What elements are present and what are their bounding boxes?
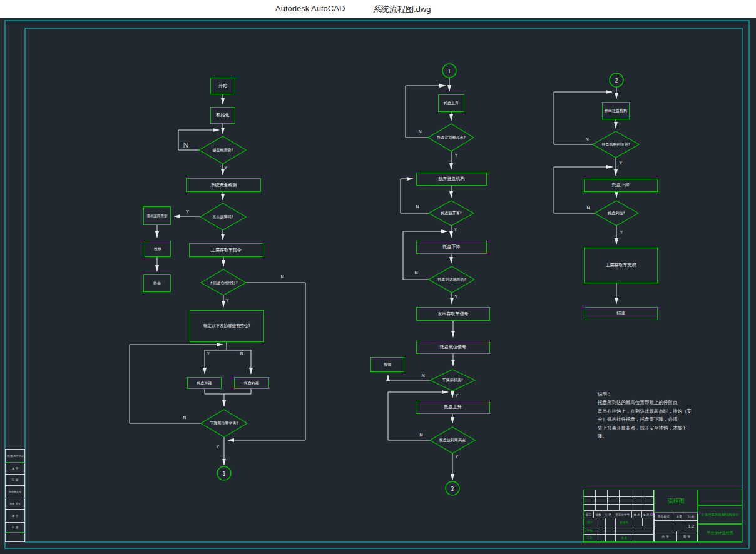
branch-label-yes: Y xyxy=(226,298,228,303)
flow-box-start[interactable]: 开始 xyxy=(210,78,235,94)
flow-box-init[interactable]: 初始化 xyxy=(210,107,235,124)
branch-label-no: N xyxy=(416,204,419,209)
flow-box-tray-up-2[interactable]: 托盘上升 xyxy=(416,401,490,414)
flow-box-end[interactable]: 结束 xyxy=(585,307,658,320)
flow-box-tray-move-right[interactable]: 托盘右移 xyxy=(234,377,269,389)
flow-box-find-empty-slot[interactable]: 确定以下各泊哪些有空位? xyxy=(190,310,264,342)
sheet-row: 共 张 第 张 xyxy=(654,531,698,542)
flow-box-release-hook[interactable]: 脱开挂盘机构 xyxy=(416,173,487,186)
stage-label: 阶段标记 xyxy=(655,513,673,520)
date-cell xyxy=(606,535,616,541)
frame-side-strip: 借(通)用件登记 签 字 日 期 旧底图总号 底图 总号 签 字 日 期 xyxy=(5,449,25,542)
blank-cell xyxy=(616,526,653,534)
flow-decision-top: 托盘达到最高点? xyxy=(437,135,465,141)
branch-label-yes: Y xyxy=(207,351,210,356)
branch-label-no: N xyxy=(418,129,421,134)
revision-grid xyxy=(583,490,654,511)
branch-label-no: N xyxy=(586,206,590,211)
design-label: 设计 xyxy=(584,518,596,526)
flow-box-upper-done[interactable]: 上层存取车完成 xyxy=(584,248,658,283)
flow-box-safety-check[interactable]: 系统安全检测 xyxy=(186,178,261,192)
branch-label-yes: Y xyxy=(456,455,458,460)
branch-label-no: N xyxy=(414,271,417,276)
note-line: 降。 xyxy=(598,432,692,440)
revision-header-row: 标记 处数 分 区 更改文件号 签 名 年 月 日 xyxy=(583,511,654,518)
sheet-number: 第 张 xyxy=(677,531,697,541)
scale-label: 比例 xyxy=(685,513,697,520)
flow-decision-slot-empty: 下降那位置空否? xyxy=(210,421,238,426)
signature-cell xyxy=(633,518,643,526)
stage-value-cell xyxy=(655,521,673,531)
revision-header-cell: 签 名 xyxy=(632,511,643,518)
branch-label-no: N xyxy=(280,274,284,280)
branch-label-yes: Y xyxy=(620,230,623,235)
craft-label: 工艺 xyxy=(584,535,596,541)
flow-decision-released: 托盘脱开否? xyxy=(441,211,461,216)
branch-label-yes: Y xyxy=(454,228,457,233)
flow-box-extend-hook[interactable]: 伸出挂盘机构 xyxy=(602,102,630,119)
flow-box-tray-down-right[interactable]: 托盘下降 xyxy=(584,179,658,192)
drawing-note: 说明： 托盘所到达的最高位置即最上的停留点 是吊在挂钩上，在到达此最高点时，挂钩… xyxy=(598,390,692,440)
signature-cell xyxy=(596,526,606,534)
check-label: 审核 xyxy=(584,526,596,534)
strip-row: 底图 总号 xyxy=(6,498,24,509)
flow-box-tray-up[interactable]: 托盘上升 xyxy=(438,94,464,112)
sheet-total: 共 张 xyxy=(655,531,677,541)
approve-label: 批准 xyxy=(616,535,633,541)
strip-row: 旧底图总号 xyxy=(6,485,24,498)
flow-decision-fault: 发生故障吗? xyxy=(212,214,233,220)
branch-label-no: N xyxy=(421,373,424,378)
branch-label-yes: Y xyxy=(456,393,458,398)
standardization-label: 标准化 xyxy=(616,518,633,526)
strip-row xyxy=(6,533,24,540)
flow-box-tray-move-left[interactable]: 托盘左移 xyxy=(187,377,222,389)
weight-label: 质量 xyxy=(673,513,685,520)
company-cell xyxy=(698,490,742,505)
signature-cell xyxy=(596,518,606,526)
branch-label-no: N xyxy=(585,137,588,142)
branch-label-yes: Y xyxy=(455,153,457,158)
branch-label-no: N xyxy=(419,433,422,438)
branch-label-yes: Y xyxy=(217,445,219,450)
flow-box-standby[interactable]: 待命 xyxy=(143,274,171,292)
note-line: 先上升离开最高点，脱开安全挂钩，才能下 xyxy=(598,424,692,432)
branch-label-no: N xyxy=(183,415,186,420)
signature-row-check: 审核 xyxy=(583,526,654,535)
connector-circle-2-middle: 2 xyxy=(451,486,454,492)
flow-box-ready-signal[interactable]: 托盘就位信号 xyxy=(416,341,490,354)
connector-circle-1-middle: 1 xyxy=(447,69,451,74)
flow-decision-lower-parked: 下层是否刚停好? xyxy=(209,280,237,286)
revision-header-cell: 更改文件号 xyxy=(613,511,631,518)
signature-row-craft: 工艺 批准 xyxy=(583,535,654,542)
flow-decision-hook-ready: 挂盘机构到位否? xyxy=(601,142,630,148)
strip-row: 日 期 xyxy=(6,522,24,533)
note-line: 是吊在挂钩上，在到达此最高点时，挂钩（安 xyxy=(598,407,692,415)
branch-label-yes: Y xyxy=(225,166,227,171)
strip-row: 签 字 xyxy=(6,463,24,474)
revision-header-cell: 分 区 xyxy=(603,511,613,518)
flow-decision-keyboard: 键盘检测否? xyxy=(212,148,233,153)
flow-box-alarm[interactable]: 报警 xyxy=(370,357,404,372)
strip-row: 日 期 xyxy=(6,474,24,485)
date-cell xyxy=(606,526,616,534)
flow-box-tray-down-mid[interactable]: 托盘下降 xyxy=(416,241,487,254)
note-line: 全）机构挂住托盘，托盘要下降，必须 xyxy=(598,415,692,423)
date-cell xyxy=(606,518,616,526)
branch-label-no: N xyxy=(240,351,243,356)
blank-cell xyxy=(633,535,653,541)
drawing-number: 毕业设计流程图 xyxy=(698,524,742,542)
branch-label-no-keyboard: N xyxy=(183,140,188,150)
signature-row-design: 设计 标准化 xyxy=(583,518,654,526)
flow-box-show-fault[interactable]: 显示故障类型 xyxy=(143,206,171,225)
note-line: 托盘所到达的最高位置即最上的停留点 xyxy=(598,398,692,406)
flow-box-send-signal[interactable]: 发出存取车信号 xyxy=(416,307,490,321)
weight-value-cell xyxy=(673,521,685,531)
revision-header-cell: 标记 xyxy=(584,511,594,518)
flow-decision-tray-ready: 托盘到位? xyxy=(608,211,625,216)
flow-box-repair[interactable]: 检修 xyxy=(145,241,171,257)
titleblock-title: 流程图 xyxy=(654,490,698,513)
flow-box-upper-command[interactable]: 上层存取车指令 xyxy=(189,243,263,257)
strip-row: 借(通)用件登记 xyxy=(6,450,24,463)
title-block: 标记 处数 分 区 更改文件号 签 名 年 月 日 设计 标准化 审核 工艺 批… xyxy=(583,490,742,542)
revision-header-cell: 处数 xyxy=(594,511,604,518)
